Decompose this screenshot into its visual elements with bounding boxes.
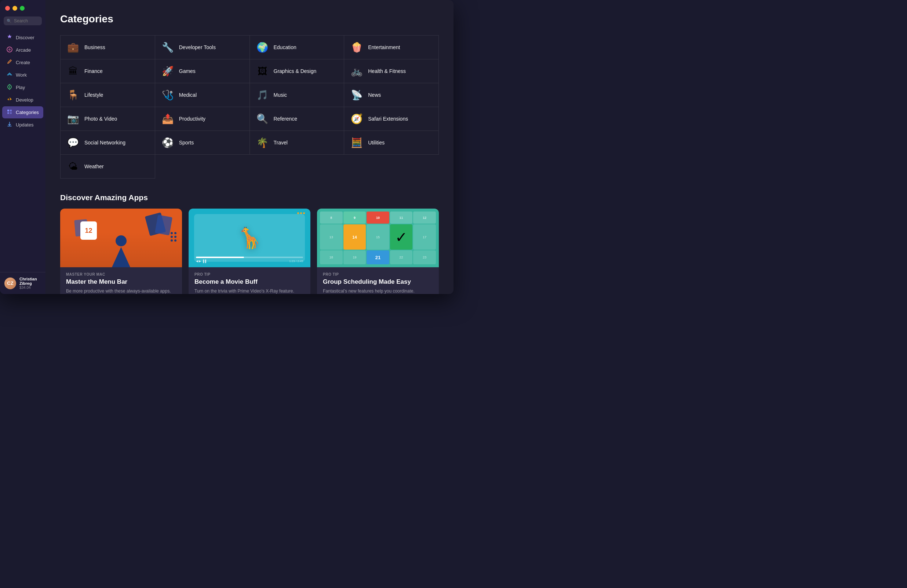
search-input[interactable] bbox=[14, 18, 39, 24]
card-desc-0: Be more productive with these always-ava… bbox=[66, 288, 176, 294]
category-weather[interactable]: 🌤 Weather bbox=[61, 155, 155, 179]
category-name: Health & Fitness bbox=[368, 68, 406, 74]
category-reference[interactable]: 🔍 Reference bbox=[250, 107, 345, 131]
svg-rect-6 bbox=[10, 112, 12, 114]
category-icon: 💼 bbox=[66, 41, 80, 54]
sidebar-item-develop[interactable]: Develop bbox=[2, 94, 43, 106]
sidebar-item-create[interactable]: Create bbox=[2, 56, 43, 69]
category-name: Education bbox=[274, 44, 296, 50]
sidebar-item-play[interactable]: Play bbox=[2, 81, 43, 93]
user-name: Christian Zibreg bbox=[19, 277, 41, 286]
sidebar-item-discover[interactable]: Discover bbox=[2, 32, 43, 44]
sidebar-item-categories[interactable]: Categories bbox=[2, 106, 43, 118]
category-utilities[interactable]: 🧮 Utilities bbox=[344, 131, 439, 155]
card-tag-0: MASTER YOUR MAC bbox=[66, 272, 176, 276]
category-icon: 📷 bbox=[66, 112, 80, 125]
category-developer-tools[interactable]: 🔧 Developer Tools bbox=[155, 35, 250, 59]
card-image-0: 12 bbox=[60, 209, 182, 267]
category-health---fitness[interactable]: 🚲 Health & Fitness bbox=[344, 59, 439, 83]
category-name: Safari Extensions bbox=[368, 116, 408, 122]
close-button[interactable] bbox=[5, 6, 10, 11]
search-icon: 🔍 bbox=[6, 19, 12, 24]
category-name: Entertainment bbox=[368, 44, 400, 50]
card-title-2: Group Scheduling Made Easy bbox=[323, 278, 433, 286]
sidebar-item-arcade[interactable]: Arcade bbox=[2, 44, 43, 56]
category-name: Social Networking bbox=[84, 140, 125, 145]
discover-card-0[interactable]: 12 MASTER YOUR MAC Master the Menu Bar B… bbox=[60, 209, 182, 294]
svg-rect-5 bbox=[7, 112, 9, 114]
category-education[interactable]: 🌍 Education bbox=[250, 35, 345, 59]
categories-grid: 💼 Business 🔧 Developer Tools 🌍 Education… bbox=[60, 35, 439, 179]
category-name: Music bbox=[274, 92, 287, 98]
category-icon: 🍿 bbox=[350, 41, 363, 54]
discover-section-title: Discover Amazing Apps bbox=[60, 193, 439, 202]
user-credit: $34.04 bbox=[19, 286, 41, 289]
category-icon: 🌍 bbox=[256, 41, 269, 54]
card-info-1: PRO TIP Become a Movie Buff Turn on the … bbox=[189, 267, 311, 294]
category-icon: 🖼 bbox=[256, 64, 269, 78]
category-name: Finance bbox=[84, 68, 103, 74]
category-news[interactable]: 📡 News bbox=[344, 83, 439, 107]
category-name: Travel bbox=[274, 140, 288, 145]
sidebar-item-label: Categories bbox=[16, 110, 39, 115]
page-title: Categories bbox=[60, 13, 439, 25]
updates-icon bbox=[6, 121, 13, 128]
category-name: Business bbox=[84, 44, 105, 50]
sidebar-item-updates[interactable]: Updates bbox=[2, 119, 43, 131]
minimize-button[interactable] bbox=[13, 6, 17, 11]
arcade-icon bbox=[6, 46, 13, 54]
category-music[interactable]: 🎵 Music bbox=[250, 83, 345, 107]
card-desc-2: Fantastical's new features help you coor… bbox=[323, 288, 433, 294]
category-business[interactable]: 💼 Business bbox=[61, 35, 155, 59]
category-name: Weather bbox=[84, 163, 104, 169]
category-icon: 🔧 bbox=[161, 41, 174, 54]
category-photo---video[interactable]: 📷 Photo & Video bbox=[61, 107, 155, 131]
category-social-networking[interactable]: 💬 Social Networking bbox=[61, 131, 155, 155]
search-box[interactable]: 🔍 bbox=[4, 16, 42, 25]
category-icon: 🧮 bbox=[350, 136, 363, 149]
category-productivity[interactable]: 📤 Productivity bbox=[155, 107, 250, 131]
category-name: Developer Tools bbox=[179, 44, 216, 50]
window-controls bbox=[0, 6, 45, 16]
category-lifestyle[interactable]: 🪑 Lifestyle bbox=[61, 83, 155, 107]
category-icon: 🔍 bbox=[256, 112, 269, 125]
category-travel[interactable]: 🌴 Travel bbox=[250, 131, 345, 155]
card-desc-1: Turn on the trivia with Prime Video's X-… bbox=[194, 288, 304, 294]
maximize-button[interactable] bbox=[20, 6, 25, 11]
svg-rect-4 bbox=[10, 110, 12, 112]
category-sports[interactable]: ⚽ Sports bbox=[155, 131, 250, 155]
category-entertainment[interactable]: 🍿 Entertainment bbox=[344, 35, 439, 59]
category-icon: 💬 bbox=[66, 136, 80, 149]
work-icon bbox=[6, 72, 13, 78]
sidebar-item-label: Create bbox=[16, 60, 30, 65]
category-name: Photo & Video bbox=[84, 116, 117, 122]
card-tag-1: PRO TIP bbox=[194, 272, 304, 276]
sidebar-nav: Discover Arcade Create Work Play Develop… bbox=[0, 31, 45, 131]
create-icon bbox=[6, 59, 13, 66]
category-games[interactable]: 🚀 Games bbox=[155, 59, 250, 83]
svg-point-1 bbox=[8, 48, 11, 51]
discover-icon bbox=[6, 34, 13, 41]
sidebar-item-work[interactable]: Work bbox=[2, 69, 43, 81]
categories-icon bbox=[6, 109, 13, 116]
category-name: Productivity bbox=[179, 116, 205, 122]
card-info-0: MASTER YOUR MAC Master the Menu Bar Be m… bbox=[60, 267, 182, 294]
svg-rect-3 bbox=[7, 110, 9, 112]
category-finance[interactable]: 🏛 Finance bbox=[61, 59, 155, 83]
discover-grid: 12 MASTER YOUR MAC Master the Menu Bar B… bbox=[60, 209, 439, 294]
category-icon: 🪑 bbox=[66, 88, 80, 102]
sidebar-item-label: Play bbox=[16, 85, 25, 90]
category-name: Lifestyle bbox=[84, 92, 103, 98]
category-graphics---design[interactable]: 🖼 Graphics & Design bbox=[250, 59, 345, 83]
avatar: CZ bbox=[5, 278, 16, 289]
category-medical[interactable]: 🩺 Medical bbox=[155, 83, 250, 107]
discover-card-2[interactable]: 8 9 10 11 12 13 14 15 ✓ 17 18 19 21 22 2… bbox=[317, 209, 439, 294]
sidebar-item-label: Arcade bbox=[16, 47, 31, 53]
category-icon: 🎵 bbox=[256, 88, 269, 102]
category-safari-extensions[interactable]: 🧭 Safari Extensions bbox=[344, 107, 439, 131]
sidebar-item-label: Develop bbox=[16, 97, 34, 103]
sidebar: 🔍 Discover Arcade Create Work Play Devel… bbox=[0, 0, 45, 294]
category-icon: 🌤 bbox=[66, 160, 80, 173]
card-image-1: 🦒 ◀ ▶ ▐▐ 1:23 / 2:45 bbox=[189, 209, 311, 267]
discover-card-1[interactable]: 🦒 ◀ ▶ ▐▐ 1:23 / 2:45 PRO TIP Become a Mo… bbox=[189, 209, 311, 294]
